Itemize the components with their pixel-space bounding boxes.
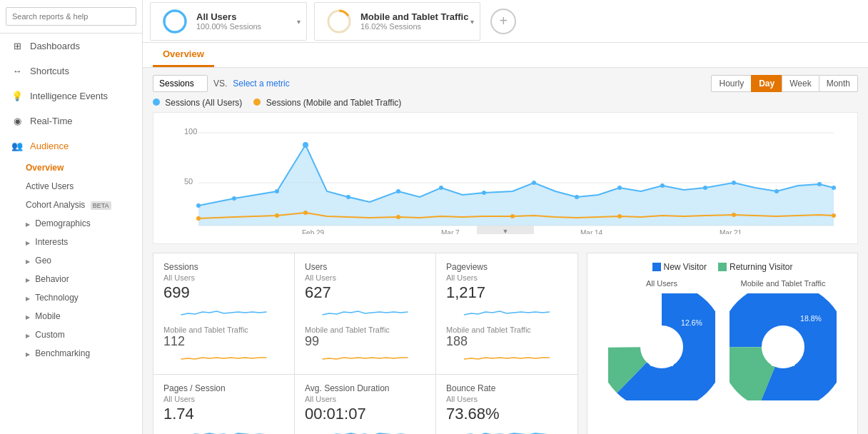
pie-legend-new: New Visitor: [652, 262, 707, 272]
audience-submenu: Overview Active Users Cohort Analysis BE…: [0, 158, 142, 363]
chart-controls-left: Sessions VS. Select a metric: [153, 75, 290, 92]
pie-legend: New Visitor Returning Visitor: [596, 262, 849, 272]
beta-badge: BETA: [91, 201, 111, 210]
svg-text:Mar 14: Mar 14: [580, 229, 603, 234]
legend-dot-orange: [253, 99, 261, 106]
dot-orange: [832, 213, 836, 218]
sub-item-mobile[interactable]: Mobile: [0, 307, 142, 326]
sub-item-benchmarking[interactable]: Benchmarking: [0, 344, 142, 363]
add-segment-button[interactable]: +: [490, 9, 516, 34]
nav-label-intelligence: Intelligence Events: [30, 91, 108, 101]
stat-ps-value1: 1.74: [163, 405, 284, 423]
stats-and-pie: Sessions All Users 699 Mobile and Tablet…: [153, 253, 858, 434]
sub-item-behavior[interactable]: Behavior: [0, 270, 142, 288]
pie-charts-row: All Users 87.4% 12.6% Mobile and Tablet: [596, 279, 849, 400]
stat-users-value2: 99: [305, 334, 425, 349]
dot-blue: [660, 183, 665, 188]
stat-users: Users All Users 627 Mobile and Tablet Tr…: [295, 253, 436, 375]
all-users-sub: 100.00% Sessions: [196, 22, 261, 31]
stat-sessions: Sessions All Users 699 Mobile and Tablet…: [153, 253, 295, 375]
stat-br-label: Bounce Rate: [446, 383, 567, 393]
stat-sessions-sub2: Mobile and Tablet Traffic: [163, 326, 284, 334]
dot-blue: [575, 195, 579, 199]
sidebar: ⊞ Dashboards ↔ Shortcuts 💡 Intelligence …: [0, 0, 143, 434]
metric-dropdown[interactable]: Sessions: [153, 75, 208, 92]
sub-item-geo[interactable]: Geo: [0, 251, 142, 270]
stat-pageviews: Pageviews All Users 1,217 Mobile and Tab…: [436, 253, 577, 375]
pie-mobile-tablet: Mobile and Tablet Traffic 81.3% 18.8%: [730, 279, 837, 400]
tab-overview[interactable]: Overview: [153, 43, 214, 67]
dot-blue: [232, 196, 236, 201]
stat-sessions-value1: 699: [163, 283, 284, 302]
stat-ad-sub1: All Users: [305, 395, 425, 403]
sub-item-demographics[interactable]: Demographics: [0, 214, 142, 233]
stat-sessions-value2: 112: [163, 334, 284, 349]
sparkline-pv-orange: [446, 350, 567, 363]
dot-blue: [275, 189, 279, 193]
chart-legend: Sessions (All Users) Sessions (Mobile an…: [153, 98, 858, 108]
stat-pageviews-sub1: All Users: [446, 273, 567, 282]
dot-blue-peak: [303, 142, 308, 148]
stat-sessions-label: Sessions: [163, 262, 284, 272]
all-users-dropdown-arrow[interactable]: ▾: [297, 17, 301, 25]
stat-users-value1: 627: [305, 283, 425, 302]
svg-text:Feb 29: Feb 29: [302, 229, 325, 234]
svg-text:87.4%: 87.4%: [650, 358, 674, 368]
search-input[interactable]: [6, 7, 136, 26]
vs-label: VS.: [213, 79, 227, 89]
segment-mobile-tablet[interactable]: Mobile and Tablet Traffic 16.02% Session…: [314, 2, 480, 41]
nav-item-realtime[interactable]: ◉ Real-Time: [0, 108, 142, 133]
nav-label-audience: Audience: [30, 141, 69, 151]
dot-blue: [396, 189, 400, 193]
sparkline-ad-blue: [305, 426, 425, 434]
sparkline-users-blue: [305, 305, 425, 321]
nav-item-shortcuts[interactable]: ↔ Shortcuts: [0, 59, 142, 84]
pie-section: New Visitor Returning Visitor All Users: [587, 253, 858, 434]
mobile-tablet-title: Mobile and Tablet Traffic: [360, 11, 468, 22]
stat-users-sub2: Mobile and Tablet Traffic: [305, 326, 425, 334]
stat-pages-session: Pages / Session All Users 1.74 Mobile an…: [153, 375, 295, 434]
chart-container: 100 50 ... Feb 29 Mar 7 Mar 14 Mar 21: [153, 112, 858, 244]
sub-item-technology[interactable]: Technology: [0, 288, 142, 307]
sub-item-interests[interactable]: Interests: [0, 233, 142, 251]
sub-item-active-users[interactable]: Active Users: [0, 177, 142, 196]
segment-all-users[interactable]: All Users 100.00% Sessions ▾: [150, 2, 307, 41]
stat-pageviews-value1: 1,217: [446, 283, 567, 302]
shortcuts-icon: ↔: [10, 66, 24, 76]
stat-sessions-sub1: All Users: [163, 273, 284, 282]
sub-item-custom[interactable]: Custom: [0, 326, 142, 344]
sparkline-sessions-orange: [163, 350, 284, 363]
svg-text:▼: ▼: [503, 228, 509, 234]
pie-mobile-tablet-title: Mobile and Tablet Traffic: [741, 279, 826, 288]
svg-text:100: 100: [184, 127, 197, 136]
mobile-tablet-dropdown-arrow[interactable]: ▾: [470, 17, 474, 25]
sub-item-cohort[interactable]: Cohort Analysis BETA: [0, 196, 142, 214]
search-box[interactable]: [0, 0, 142, 34]
main-content: All Users 100.00% Sessions ▾ Mobile and …: [143, 0, 868, 434]
dot-orange: [303, 211, 308, 215]
sub-item-overview[interactable]: Overview: [0, 158, 142, 177]
pie-dot-new: [652, 263, 661, 271]
line-chart: 100 50 ... Feb 29 Mar 7 Mar 14 Mar 21: [161, 120, 850, 234]
time-btn-day[interactable]: Day: [751, 75, 782, 92]
circle-icon: ◉: [10, 116, 24, 126]
nav-item-audience[interactable]: 👥 Audience: [0, 133, 142, 158]
select-metric-link[interactable]: Select a metric: [233, 79, 289, 89]
dot-blue: [482, 191, 486, 195]
nav-item-intelligence[interactable]: 💡 Intelligence Events: [0, 84, 142, 108]
time-btn-week[interactable]: Week: [782, 75, 819, 92]
mobile-tablet-circle-icon: [326, 9, 352, 34]
nav-item-dashboards[interactable]: ⊞ Dashboards: [0, 34, 142, 59]
stat-ps-sub1: All Users: [163, 395, 284, 403]
svg-text:...: ...: [198, 229, 204, 234]
segment-bar: All Users 100.00% Sessions ▾ Mobile and …: [143, 0, 868, 43]
time-btn-month[interactable]: Month: [819, 75, 858, 92]
dot-orange: [196, 216, 201, 221]
stat-br-value1: 73.68%: [446, 405, 567, 423]
time-btn-hourly[interactable]: Hourly: [711, 75, 752, 92]
svg-text:Mar 7: Mar 7: [441, 229, 460, 234]
pie-all-users: All Users 87.4% 12.6%: [608, 279, 715, 400]
dot-orange: [617, 214, 622, 218]
nav-label-dashboards: Dashboards: [30, 41, 80, 51]
content-area: Sessions VS. Select a metric Hourly Day …: [143, 68, 868, 434]
